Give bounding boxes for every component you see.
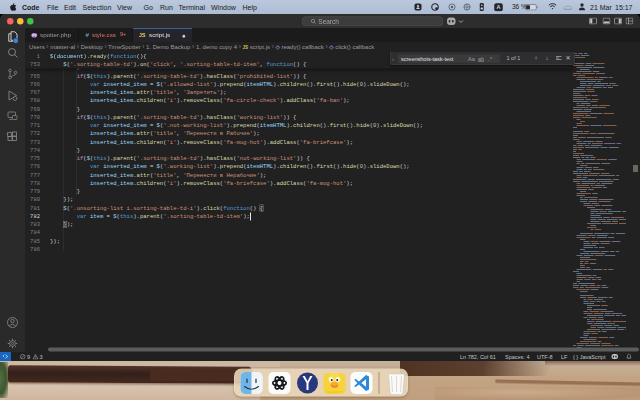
svg-text:A: A — [497, 4, 501, 10]
svg-text:php: php — [32, 33, 37, 37]
